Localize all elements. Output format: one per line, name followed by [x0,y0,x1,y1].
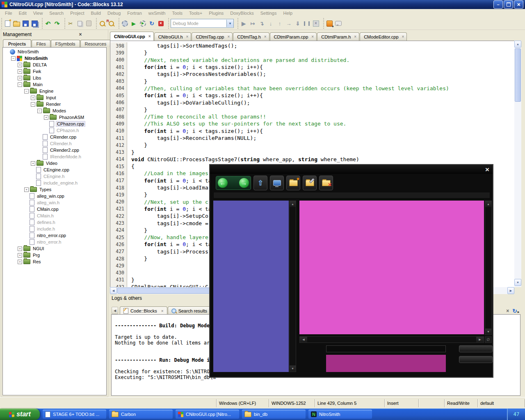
next-instruction-button[interactable]: → [284,19,293,28]
save-button[interactable] [21,19,30,28]
editor-tab-close-icon[interactable]: × [148,34,151,39]
scroll-up-icon[interactable]: ▲ [485,201,491,207]
taskbar-button-nitrosmith[interactable]: NNitroSmith [308,410,372,419]
next-line-button[interactable]: ↴ [257,19,266,28]
management-close-icon[interactable]: × [55,32,106,37]
tree-expand-icon[interactable]: − [11,56,16,61]
menu-debug[interactable]: Debug [104,10,124,16]
editor-scroll-up-icon[interactable]: ▲ [514,41,521,48]
apply-button[interactable] [459,356,493,363]
tree-expand-icon[interactable]: − [18,82,22,87]
preview-panel[interactable] [299,201,484,334]
tree-expand-icon[interactable]: − [24,89,29,94]
taskbar-button-bin-db[interactable]: bin_db [242,410,306,419]
menu-fortran[interactable]: Fortran [124,10,145,16]
editor-tab-close-icon[interactable]: × [264,34,267,39]
tree-expand-icon[interactable]: + [18,76,22,80]
tree-item-cphazon-h[interactable]: CPhazon.h [3,127,106,134]
scroll-down-icon[interactable]: ▼ [485,329,491,335]
tree-folder-ngui[interactable]: +NGUI [3,245,106,252]
back-button[interactable]: ← [218,178,228,188]
delete-folder-button[interactable] [319,176,333,190]
menu-doxyblocks[interactable]: DoxyBlocks [227,10,257,16]
logs-tab-scroll-left-icon[interactable]: ◀ [112,307,118,314]
left-panel-scrollbar[interactable]: ▲ ▼ [289,201,296,372]
logs-refresh-icon[interactable]: ↻ [512,308,519,314]
editor-tab-close-icon[interactable]: × [227,34,230,39]
tree-item-nitro-error-cpp[interactable]: nitro_error.cpp [3,232,106,239]
editor-tab-cnitrogui-cpp[interactable]: CNitroGUI.cpp× [110,32,154,41]
tree-expand-icon[interactable]: + [44,115,48,120]
logs-close-icon[interactable]: × [506,308,509,314]
tree-folder-res[interactable]: +Res [3,258,106,265]
editor-tab-cnitrogui-h[interactable]: CNitroGUI.h× [154,32,192,41]
menu-help[interactable]: Help [280,10,296,16]
tree-item-crender-cpp[interactable]: CRender.cpp [3,134,106,140]
tree-expand-icon[interactable]: − [31,102,35,107]
tree-item-cengine-cpp[interactable]: CEngine.cpp [3,167,106,173]
minimize-button[interactable]: – [493,0,503,9]
tree-item-include-h[interactable]: include.h [3,226,106,232]
browse-button[interactable] [459,345,493,352]
find-button[interactable] [98,19,107,28]
tree-item-alleg-win-cpp[interactable]: alleg_win.cpp [3,193,106,199]
tree-item-crender-h[interactable]: CRender.h [3,140,106,147]
tree-expand-icon[interactable]: + [18,69,22,74]
color-swatch[interactable] [326,355,446,372]
nitrosmith-close-icon[interactable]: × [485,166,489,173]
editor-scroll-left-icon[interactable]: ◀ [110,287,117,294]
tree-item-cmain-cpp[interactable]: CMain.cpp [3,206,106,212]
editor-scroll-down-icon[interactable]: ▼ [514,279,521,286]
cut-button[interactable]: ✂ [66,19,75,28]
name-input[interactable] [326,345,446,352]
debugging-windows-button[interactable] [325,19,334,28]
replace-button[interactable] [107,19,116,28]
debug-continue-button[interactable]: ▶ [239,19,248,28]
edit-folder-button[interactable] [303,176,317,190]
tree-folder-phazonasm[interactable]: +PhazonASM [3,114,106,121]
editor-tab-close-icon[interactable]: × [186,34,189,39]
tree-item-crender2-cpp[interactable]: CRender2.cpp [3,147,106,153]
menu-build[interactable]: Build [87,10,104,16]
tree-item-include-engine-h[interactable]: include_engine.h [3,180,106,186]
tree-item-defines-h[interactable]: defines.h [3,219,106,226]
rebuild-button[interactable]: ↻ [147,19,156,28]
nitrosmith-address-bar[interactable] [213,192,490,199]
tab-fsymbols[interactable]: FSymbols [51,40,80,47]
preview-scrollbar[interactable]: ▲ ▼ [485,201,492,335]
tab-files[interactable]: Files [32,40,50,47]
editor-scroll-right-icon[interactable]: ▶ [507,287,514,294]
tree-item-nitro-error-h[interactable]: nitro_error.h [3,239,106,245]
copy-button[interactable] [75,19,84,28]
tree-expand-icon[interactable]: + [31,96,35,100]
stop-debugger-button[interactable]: × [311,19,320,28]
up-button[interactable]: ⇧ [253,176,267,190]
scroll-left-icon[interactable]: ◀ [300,337,307,342]
save-all-button[interactable] [30,19,39,28]
redo-button[interactable]: ↷ [52,19,62,28]
menu-edit[interactable]: Edit [16,10,30,16]
logs-tab-close-icon[interactable]: × [161,309,164,313]
tree-item-cmain-h[interactable]: CMain.h [3,212,106,219]
close-button[interactable]: ✕ [514,0,523,9]
menu-search[interactable]: Search [46,10,67,16]
left-list-panel[interactable] [213,201,289,372]
logs-tab-search-results[interactable]: Search results [168,306,211,315]
menu-view[interactable]: View [30,10,46,16]
editor-tab-cdtmlparam-h[interactable]: CDtmlParam.h× [317,32,359,41]
tree-folder-engine[interactable]: −Engine [3,88,106,94]
editor-tab-cmodeeditor-cpp[interactable]: CModeEditor.cpp× [360,32,407,41]
taskbar-button-carbon[interactable]: Carbon [109,410,173,419]
tree-item-nitrosmith[interactable]: −NitroSmith [3,55,106,62]
tree-item-cengine-h[interactable]: CEngine.h [3,173,106,180]
tab-projects[interactable]: Projects [3,39,31,48]
taskbar-button-stage-6-todo-txt-[interactable]: STAGE 6+ TODO.txt ... [43,410,106,419]
step-out-button[interactable]: ↑ [275,19,284,28]
tree-expand-icon[interactable]: + [18,253,22,258]
editor-tab-close-icon[interactable]: × [311,34,314,39]
project-tree[interactable]: NitroSmith−NitroSmith+DELTA+Fwk+Libs−Mai… [2,47,107,395]
taskbar-button-cnitrogui-cpp-nitro-[interactable]: CNitroGUI.cpp [Nitro... [176,410,239,419]
tree-folder-fwk[interactable]: +Fwk [3,68,106,75]
tree-folder-input[interactable]: +Input [3,94,106,101]
scroll-down-icon[interactable]: ▼ [290,365,296,372]
